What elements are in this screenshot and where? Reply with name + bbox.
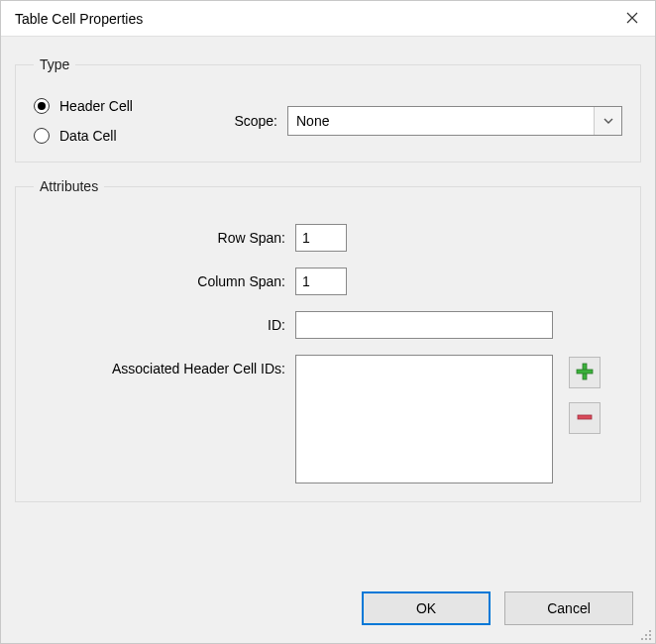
resize-grip[interactable] xyxy=(640,628,652,640)
column-span-label: Column Span: xyxy=(34,268,295,289)
plus-icon xyxy=(575,362,595,384)
attributes-group: Attributes Row Span: Column Span: ID: As… xyxy=(15,178,641,502)
chevron-down-icon xyxy=(594,107,621,135)
row-span-label: Row Span: xyxy=(34,224,295,246)
button-label: OK xyxy=(416,600,436,616)
button-label: Cancel xyxy=(547,600,591,616)
dialog-content: Type Header Cell Data Cell Scope: None xyxy=(1,37,655,643)
svg-point-5 xyxy=(649,634,651,636)
scope-value: None xyxy=(296,113,329,129)
type-legend: Type xyxy=(34,56,75,72)
remove-button[interactable] xyxy=(569,402,601,434)
attributes-legend: Attributes xyxy=(34,178,104,194)
row-span-input[interactable] xyxy=(295,224,347,252)
radio-label: Data Cell xyxy=(59,128,117,144)
close-button[interactable] xyxy=(609,1,655,36)
radio-icon xyxy=(34,98,50,114)
svg-point-3 xyxy=(649,630,651,632)
titlebar: Table Cell Properties xyxy=(1,1,655,37)
svg-point-6 xyxy=(641,638,643,640)
scope-label: Scope: xyxy=(222,113,277,129)
radio-label: Header Cell xyxy=(59,98,133,114)
window-title: Table Cell Properties xyxy=(1,11,609,27)
ok-button[interactable]: OK xyxy=(362,591,491,625)
radio-header-cell[interactable]: Header Cell xyxy=(34,98,222,114)
id-label: ID: xyxy=(34,311,295,333)
close-icon xyxy=(626,11,638,27)
svg-rect-2 xyxy=(578,415,592,419)
associated-ids-input[interactable] xyxy=(295,355,553,483)
svg-rect-1 xyxy=(577,370,593,374)
column-span-input[interactable] xyxy=(295,268,347,295)
svg-point-7 xyxy=(645,638,647,640)
associated-ids-label: Associated Header Cell IDs: xyxy=(34,355,295,376)
scope-select[interactable]: None xyxy=(287,106,622,136)
svg-point-8 xyxy=(649,638,651,640)
radio-data-cell[interactable]: Data Cell xyxy=(34,128,222,144)
minus-icon xyxy=(575,407,595,430)
type-group: Type Header Cell Data Cell Scope: None xyxy=(15,56,641,162)
button-row: OK Cancel xyxy=(362,591,633,625)
svg-point-4 xyxy=(645,634,647,636)
radio-icon xyxy=(34,128,50,144)
id-input[interactable] xyxy=(295,311,553,339)
cancel-button[interactable]: Cancel xyxy=(504,591,633,625)
add-button[interactable] xyxy=(569,357,601,388)
dialog: Table Cell Properties Type Header Cell D… xyxy=(0,0,656,644)
